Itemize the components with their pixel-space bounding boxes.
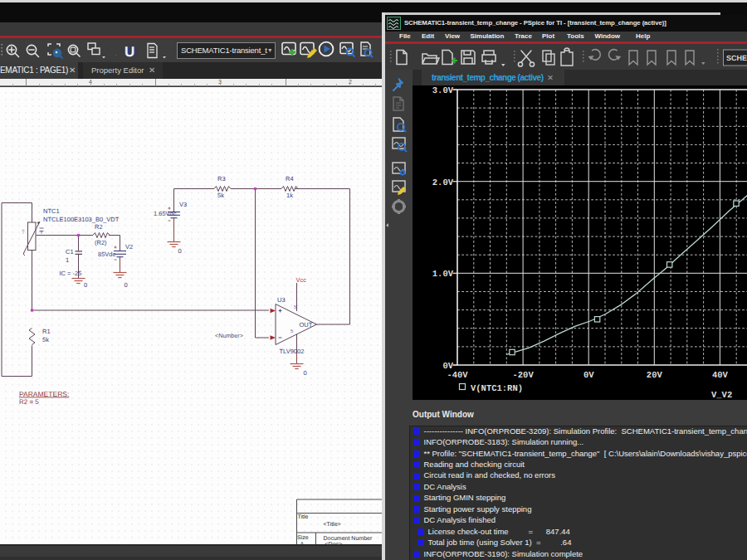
svg-text:0: 0: [124, 281, 128, 289]
svg-text:U: U: [124, 44, 134, 60]
svg-text:Title: Title: [298, 514, 309, 520]
svg-text:0: 0: [178, 247, 182, 255]
svg-text:-20V: -20V: [512, 371, 534, 381]
svg-text:3.0V: 3.0V: [432, 86, 454, 96]
svg-text:NTCLE100E3103_B0_VDT: NTCLE100E3103_B0_VDT: [43, 216, 120, 223]
svg-text:2.0V: 2.0V: [432, 178, 454, 188]
svg-text:R2 = 5: R2 = 5: [19, 398, 39, 406]
svg-text:5k: 5k: [42, 336, 49, 343]
svg-text:R1: R1: [42, 328, 51, 335]
svg-text:U3: U3: [277, 296, 286, 304]
svg-text:<Title>: <Title>: [324, 521, 341, 528]
svg-text:V3: V3: [179, 201, 187, 208]
svg-text:R4: R4: [286, 175, 294, 183]
svg-text:1.65Vdc: 1.65Vdc: [154, 210, 177, 217]
svg-text:1.0V: 1.0V: [432, 270, 454, 280]
svg-text:IC = -25: IC = -25: [60, 270, 82, 277]
svg-text:(R2): (R2): [95, 239, 107, 246]
svg-text:40V: 40V: [712, 371, 729, 381]
svg-text:NTC1: NTC1: [43, 207, 60, 215]
svg-text:V(NTC1:RN): V(NTC1:RN): [471, 384, 523, 394]
svg-text:5k: 5k: [217, 192, 224, 199]
svg-text:1: 1: [66, 256, 69, 264]
svg-text:C1: C1: [66, 248, 74, 256]
svg-text:OUT: OUT: [300, 321, 313, 329]
svg-text:0V: 0V: [583, 371, 594, 381]
svg-text:85Vdc: 85Vdc: [98, 251, 116, 258]
svg-text:.: .: [115, 51, 117, 57]
svg-text:R2: R2: [95, 223, 103, 231]
svg-text:V2: V2: [125, 243, 133, 251]
svg-text:0V: 0V: [442, 362, 453, 372]
svg-text:R3: R3: [217, 175, 226, 183]
svg-text:Size: Size: [297, 534, 309, 541]
svg-text:PARAMETERS:: PARAMETERS:: [19, 390, 69, 398]
svg-text:<Number>: <Number>: [215, 332, 243, 339]
svg-text:V_V2: V_V2: [711, 391, 732, 400]
svg-text:Document Number: Document Number: [324, 535, 373, 542]
svg-text:SCHEM: SCHEM: [726, 54, 747, 62]
svg-text:-40V: -40V: [447, 371, 468, 381]
svg-text:1k: 1k: [286, 192, 293, 199]
svg-text:0: 0: [304, 369, 307, 377]
svg-text:TLV9002: TLV9002: [280, 348, 305, 355]
svg-text:20V: 20V: [647, 371, 663, 381]
svg-text:0: 0: [84, 281, 87, 289]
svg-text:Vcc: Vcc: [296, 276, 307, 284]
